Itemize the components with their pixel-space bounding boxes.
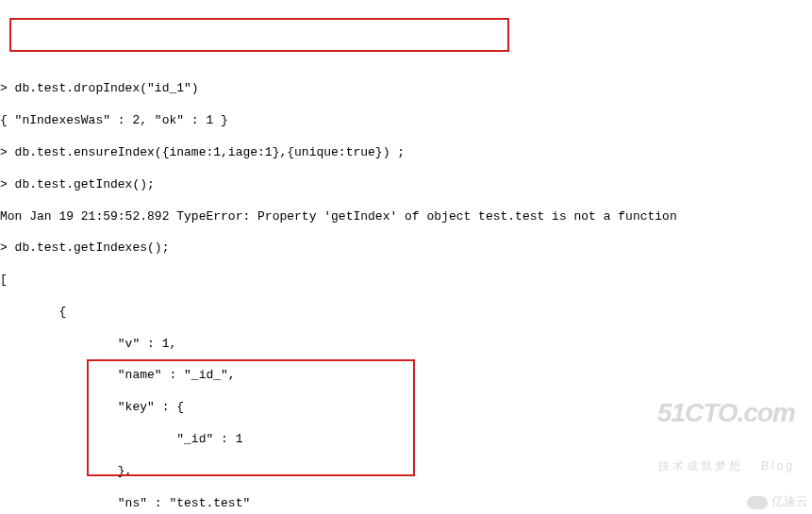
terminal-output: > db.test.dropIndex("id_1") { "nIndexesW…: [0, 64, 812, 514]
terminal-line: "ns" : "test.test": [0, 496, 812, 512]
terminal-line: [: [0, 273, 812, 289]
terminal-line: { "nIndexesWas" : 2, "ok" : 1 }: [0, 113, 812, 129]
terminal-line: "key" : {: [0, 400, 812, 416]
terminal-line: {: [0, 305, 812, 321]
terminal-line: Mon Jan 19 21:59:52.892 TypeError: Prope…: [0, 209, 812, 225]
terminal-line: "_id" : 1: [0, 432, 812, 448]
terminal-line: "name" : "_id_",: [0, 368, 812, 384]
terminal-line: },: [0, 464, 812, 480]
terminal-line: "v" : 1,: [0, 337, 812, 353]
terminal-line: > db.test.getIndexes();: [0, 240, 812, 257]
terminal-line: > db.test.ensureIndex({iname:1,iage:1},{…: [0, 145, 812, 161]
highlight-annotation-1: [9, 18, 509, 52]
terminal-line: > db.test.dropIndex("id_1"): [0, 81, 812, 97]
terminal-line: > db.test.getIndex();: [0, 177, 812, 193]
